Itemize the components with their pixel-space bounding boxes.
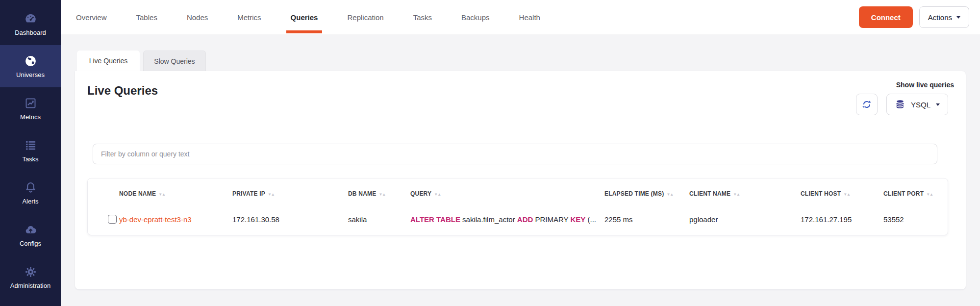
sql-text: sakila.film_actor	[460, 215, 517, 224]
page-title: Live Queries	[87, 84, 954, 98]
sort-icon: ▼▲	[378, 192, 385, 197]
column-header-elapsed-time[interactable]: ELAPSED TIME (MS)▼▲	[604, 190, 689, 197]
db-name-cell: sakila	[348, 215, 410, 224]
live-queries-table: NODE NAME▼▲ PRIVATE IP▼▲ DB NAME▼▲ QUERY…	[87, 178, 948, 235]
connect-button[interactable]: Connect	[859, 6, 913, 28]
list-icon	[24, 139, 37, 152]
sidebar-item-label: Universes	[16, 71, 45, 78]
sidebar-item-universes[interactable]: Universes	[0, 45, 61, 87]
nav-item-backups[interactable]: Backups	[461, 0, 490, 34]
cloud-icon	[24, 223, 37, 236]
filter-input[interactable]	[93, 144, 937, 164]
column-header-client-host[interactable]: CLIENT HOST▼▲	[801, 190, 883, 197]
node-name-link[interactable]: yb-dev-epratt-test3-n3	[119, 215, 192, 224]
card-header-buttons: YSQL	[856, 94, 948, 115]
elapsed-time-cell: 2255 ms	[604, 215, 689, 224]
sql-keyword: ALTER TABLE	[410, 215, 460, 224]
database-icon	[895, 99, 905, 110]
sidebar-item-metrics[interactable]: Metrics	[0, 87, 61, 129]
sql-text: (...	[585, 215, 596, 224]
nav-item-queries[interactable]: Queries	[291, 0, 318, 34]
sql-text: PRIMARY	[533, 215, 570, 224]
chart-icon	[24, 97, 37, 110]
show-live-queries-label: Show live queries	[896, 81, 954, 89]
globe-icon	[24, 54, 37, 68]
sort-icon: ▼▲	[434, 192, 441, 197]
card-header: Live Queries Show live queries	[75, 71, 966, 131]
sidebar-item-tasks[interactable]: Tasks	[0, 129, 61, 172]
sidebar-item-dashboard[interactable]: Dashboard	[0, 3, 61, 45]
nav-item-replication[interactable]: Replication	[347, 0, 383, 34]
nav-item-overview[interactable]: Overview	[76, 0, 107, 34]
client-port-cell: 53552	[883, 215, 948, 224]
sidebar-item-configs[interactable]: Configs	[0, 214, 61, 256]
sort-icon: ▼▲	[666, 192, 673, 197]
queries-content: Live Queries Slow Queries Live Queries S…	[61, 34, 980, 306]
sidebar: Dashboard Universes Metrics	[0, 0, 61, 306]
live-queries-card: Live Queries Show live queries	[75, 71, 966, 289]
sort-icon: ▼▲	[158, 192, 165, 197]
main-area: Overview Tables Nodes Metrics Queries Re…	[61, 0, 980, 306]
client-host-cell: 172.161.27.195	[801, 215, 883, 224]
sidebar-item-label: Dashboard	[15, 29, 46, 36]
sort-icon: ▼▲	[268, 192, 275, 197]
node-name-cell: yb-dev-epratt-test3-n3	[119, 215, 232, 224]
sidebar-item-label: Configs	[20, 240, 41, 247]
gear-icon	[24, 265, 37, 279]
api-type-value: YSQL	[911, 101, 930, 109]
chevron-down-icon	[936, 103, 940, 106]
sidebar-item-label: Administration	[10, 282, 50, 289]
gauge-icon	[24, 12, 37, 26]
row-checkbox[interactable]	[108, 215, 117, 224]
sql-keyword: ADD	[517, 215, 533, 224]
refresh-button[interactable]	[856, 94, 878, 115]
bell-icon	[24, 181, 37, 194]
sidebar-item-administration[interactable]: Administration	[0, 256, 61, 298]
actions-button-label: Actions	[928, 13, 952, 22]
tab-live-queries[interactable]: Live Queries	[77, 51, 140, 71]
sidebar-item-label: Metrics	[20, 113, 41, 121]
refresh-icon	[861, 99, 872, 110]
column-header-private-ip[interactable]: PRIVATE IP▼▲	[232, 190, 348, 197]
query-tabs: Live Queries Slow Queries	[77, 51, 980, 71]
nav-item-health[interactable]: Health	[519, 0, 540, 34]
sort-icon: ▼▲	[926, 192, 933, 197]
column-header-node-name[interactable]: NODE NAME▼▲	[119, 190, 232, 197]
column-header-client-port[interactable]: CLIENT PORT▼▲	[883, 190, 948, 197]
sort-icon: ▼▲	[733, 192, 740, 197]
card-header-controls: Show live queries	[856, 81, 954, 115]
column-header-db-name[interactable]: DB NAME▼▲	[348, 190, 410, 197]
sql-keyword: KEY	[570, 215, 585, 224]
private-ip-cell: 172.161.30.58	[232, 215, 348, 224]
chevron-down-icon	[956, 16, 960, 19]
nav-item-metrics[interactable]: Metrics	[237, 0, 261, 34]
query-cell: ALTER TABLE sakila.film_actor ADD PRIMAR…	[410, 215, 604, 224]
nav-item-tasks[interactable]: Tasks	[413, 0, 432, 34]
actions-button[interactable]: Actions	[919, 6, 969, 28]
column-header-query[interactable]: QUERY▼▲	[410, 190, 604, 197]
sidebar-item-alerts[interactable]: Alerts	[0, 172, 61, 214]
sort-icon: ▼▲	[843, 192, 850, 197]
top-actions: Connect Actions	[859, 6, 969, 28]
app-window: Dashboard Universes Metrics	[0, 0, 980, 306]
row-checkbox-cell	[88, 215, 119, 224]
table-header-row: NODE NAME▼▲ PRIVATE IP▼▲ DB NAME▼▲ QUERY…	[88, 178, 948, 205]
sidebar-item-label: Tasks	[22, 155, 38, 163]
universe-top-bar: Overview Tables Nodes Metrics Queries Re…	[61, 0, 980, 34]
api-type-select[interactable]: YSQL	[886, 94, 948, 115]
column-header-client-name[interactable]: CLIENT NAME▼▲	[689, 190, 801, 197]
nav-item-tables[interactable]: Tables	[136, 0, 157, 34]
nav-item-nodes[interactable]: Nodes	[187, 0, 208, 34]
universe-nav: Overview Tables Nodes Metrics Queries Re…	[76, 0, 540, 34]
client-name-cell: pgloader	[689, 215, 801, 224]
sidebar-item-label: Alerts	[22, 198, 38, 205]
tab-slow-queries[interactable]: Slow Queries	[143, 51, 206, 71]
table-row: yb-dev-epratt-test3-n3 172.161.30.58 sak…	[88, 205, 948, 233]
